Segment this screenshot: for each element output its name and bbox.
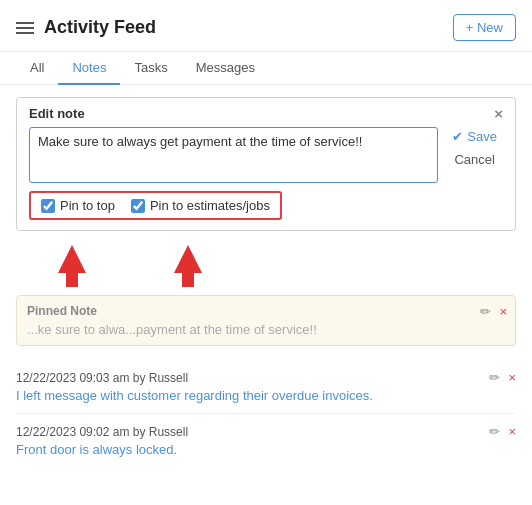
svg-marker-0 xyxy=(58,245,86,287)
checkboxes-container: Pin to top Pin to estimates/jobs xyxy=(29,191,503,220)
arrow-right-icon xyxy=(168,245,208,287)
close-icon[interactable]: × xyxy=(494,106,503,121)
arrow-left-icon xyxy=(52,245,92,287)
activity-text-2: Front door is always locked. xyxy=(16,442,516,457)
pin-options-row: Pin to top Pin to estimates/jobs xyxy=(29,191,282,220)
tab-tasks[interactable]: Tasks xyxy=(120,52,181,85)
activity-meta-text-1: 12/22/2023 09:03 am by Russell xyxy=(16,371,188,385)
tabs-bar: All Notes Tasks Messages xyxy=(0,52,532,85)
cancel-button[interactable]: Cancel xyxy=(446,150,503,169)
page-title: Activity Feed xyxy=(44,17,156,38)
tab-messages[interactable]: Messages xyxy=(182,52,269,85)
svg-marker-1 xyxy=(174,245,202,287)
content-area: Edit note × Make sure to always get paym… xyxy=(0,85,532,479)
edit-note-title: Edit note xyxy=(29,106,85,121)
pinned-note-text: ...ke sure to alwa...payment at the time… xyxy=(27,322,505,337)
hamburger-icon[interactable] xyxy=(16,22,34,34)
save-button[interactable]: ✔ Save xyxy=(446,127,503,146)
activity-text-1: I left message with customer regarding t… xyxy=(16,388,516,403)
pin-estimates-checkbox[interactable] xyxy=(131,199,145,213)
activity-edit-icon-1[interactable]: ✏ xyxy=(489,370,500,385)
activity-item-2: 12/22/2023 09:02 am by Russell ✏ × Front… xyxy=(16,414,516,467)
pinned-note-label: Pinned Note xyxy=(27,304,505,318)
tab-notes[interactable]: Notes xyxy=(58,52,120,85)
pin-top-label: Pin to top xyxy=(60,198,115,213)
pin-top-checkbox-item[interactable]: Pin to top xyxy=(41,198,115,213)
activity-edit-icon-2[interactable]: ✏ xyxy=(489,424,500,439)
header: Activity Feed + New xyxy=(0,0,532,52)
pin-estimates-label: Pin to estimates/jobs xyxy=(150,198,270,213)
new-button[interactable]: + New xyxy=(453,14,516,41)
activity-meta-2: 12/22/2023 09:02 am by Russell ✏ × xyxy=(16,424,516,439)
note-action-buttons: ✔ Save Cancel xyxy=(446,127,503,169)
activity-meta-text-2: 12/22/2023 09:02 am by Russell xyxy=(16,425,188,439)
pinned-note-delete-icon[interactable]: × xyxy=(499,304,507,319)
pinned-note-actions: ✏ × xyxy=(480,304,507,319)
save-label: Save xyxy=(467,129,497,144)
check-icon: ✔ xyxy=(452,129,463,144)
activity-delete-icon-2[interactable]: × xyxy=(508,424,516,439)
pin-top-checkbox[interactable] xyxy=(41,199,55,213)
pin-estimates-checkbox-item[interactable]: Pin to estimates/jobs xyxy=(131,198,270,213)
edit-note-header: Edit note × xyxy=(17,98,515,127)
pinned-note-edit-icon[interactable]: ✏ xyxy=(480,304,491,319)
note-textarea-row: Make sure to always get payment at the t… xyxy=(29,127,503,183)
activity-item: 12/22/2023 09:03 am by Russell ✏ × I lef… xyxy=(16,360,516,414)
edit-note-panel: Edit note × Make sure to always get paym… xyxy=(16,97,516,231)
tab-all[interactable]: All xyxy=(16,52,58,85)
activity-item-2-actions: ✏ × xyxy=(489,424,516,439)
arrows-decoration xyxy=(16,245,516,287)
pinned-note-section: Pinned Note ...ke sure to alwa...payment… xyxy=(16,295,516,346)
activity-meta-1: 12/22/2023 09:03 am by Russell ✏ × xyxy=(16,370,516,385)
header-left: Activity Feed xyxy=(16,17,156,38)
note-textarea[interactable]: Make sure to always get payment at the t… xyxy=(29,127,438,183)
activity-delete-icon-1[interactable]: × xyxy=(508,370,516,385)
edit-note-body: Make sure to always get payment at the t… xyxy=(17,127,515,230)
activity-item-1-actions: ✏ × xyxy=(489,370,516,385)
